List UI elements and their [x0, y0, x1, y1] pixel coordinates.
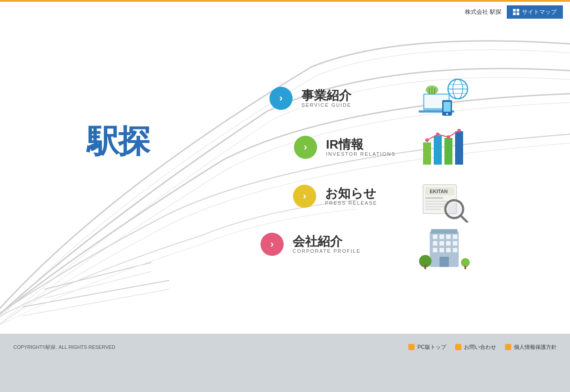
footer-dot-1: [408, 344, 415, 350]
nav-text-corporate: 会社紹介 CORPORATE PROFILE: [293, 235, 361, 254]
grid-icon: [513, 9, 519, 15]
ir-investor-icon: [419, 129, 472, 169]
nav-items-container: › 事業紹介 SERVICE GUIDE › IR情報 INVESTOR REL…: [0, 22, 570, 334]
sitemap-button[interactable]: サイトマップ: [507, 5, 563, 19]
svg-rect-32: [425, 203, 445, 205]
svg-rect-43: [453, 234, 457, 239]
nav-bullet-service: ›: [269, 87, 293, 110]
arrow-icon-corporate: ›: [270, 238, 273, 250]
svg-rect-31: [425, 201, 448, 202]
nav-text-ir: IR情報 INVESTOR RELATIONS: [326, 138, 396, 157]
svg-text:EKITAN: EKITAN: [430, 189, 448, 194]
footer-link-privacy-label: 個人情報保護方針: [514, 344, 557, 351]
svg-rect-20: [434, 136, 442, 165]
svg-rect-22: [455, 131, 463, 165]
footer-dot-3: [505, 344, 511, 350]
svg-rect-48: [433, 248, 437, 252]
below-footer: [0, 360, 570, 392]
press-release-icon: EKITAN: [419, 180, 472, 222]
svg-rect-45: [440, 241, 444, 246]
svg-rect-30: [425, 197, 443, 199]
nav-item-ir[interactable]: › IR情報 INVESTOR RELATIONS: [294, 136, 396, 159]
nav-text-news: お知らせ PRESS RELEASE: [325, 187, 377, 206]
corporate-profile-icon: [419, 225, 472, 274]
ir-icon-area: [419, 129, 472, 171]
main-content: 駅探 › 事業紹介 SERVICE GUIDE › IR情報 INVESTOR …: [0, 22, 570, 334]
company-name: 株式会社 駅探: [465, 8, 501, 16]
footer-link-pc-top[interactable]: PC版トップ: [408, 344, 446, 351]
svg-point-23: [425, 138, 429, 142]
nav-bullet-news: ›: [293, 185, 316, 208]
svg-rect-51: [453, 248, 457, 252]
svg-rect-21: [444, 138, 452, 165]
service-guide-icon: [410, 76, 472, 120]
svg-rect-49: [440, 248, 444, 252]
nav-text-en-ir: INVESTOR RELATIONS: [326, 151, 396, 157]
svg-rect-47: [453, 241, 457, 246]
nav-text-ja-service: 事業紹介: [301, 89, 351, 103]
svg-point-24: [436, 133, 440, 136]
arrow-icon-service: ›: [279, 93, 282, 104]
nav-item-news[interactable]: › お知らせ PRESS RELEASE: [293, 185, 377, 208]
footer-dot-2: [455, 344, 461, 350]
nav-text-en-corporate: CORPORATE PROFILE: [293, 248, 361, 254]
svg-point-14: [446, 113, 448, 115]
service-icon-area: [410, 76, 472, 122]
svg-line-37: [460, 215, 468, 222]
footer-link-contact[interactable]: お問い合わせ: [455, 344, 496, 351]
svg-point-25: [447, 135, 450, 139]
footer-copyright: COPYRIGHT©駅探. ALL RIGHTS RESERVED: [13, 344, 115, 351]
svg-rect-56: [464, 266, 466, 269]
footer-link-privacy[interactable]: 個人情報保護方針: [505, 344, 557, 351]
arrow-icon-ir: ›: [304, 141, 307, 153]
nav-text-service: 事業紹介 SERVICE GUIDE: [301, 89, 351, 108]
nav-item-service[interactable]: › 事業紹介 SERVICE GUIDE: [269, 87, 351, 110]
svg-rect-46: [446, 241, 451, 246]
svg-rect-42: [446, 234, 451, 239]
nav-text-en-service: SERVICE GUIDE: [301, 102, 351, 108]
svg-rect-44: [433, 241, 437, 246]
svg-rect-13: [444, 102, 451, 112]
corporate-icon-area: [419, 225, 472, 275]
svg-rect-19: [423, 142, 431, 165]
arrow-icon-news: ›: [303, 190, 306, 202]
footer-link-pc-top-label: PC版トップ: [417, 344, 446, 351]
footer-links: PC版トップ お問い合わせ 個人情報保護方針: [408, 344, 557, 351]
svg-rect-54: [424, 265, 426, 269]
footer-link-contact-label: お問い合わせ: [464, 344, 496, 351]
nav-text-en-news: PRESS RELEASE: [325, 200, 377, 206]
footer: COPYRIGHT©駅探. ALL RIGHTS RESERVED PC版トップ…: [0, 334, 570, 360]
news-icon-area: EKITAN: [419, 180, 472, 224]
nav-bullet-ir: ›: [294, 136, 317, 159]
svg-rect-39: [431, 229, 457, 234]
svg-rect-41: [440, 234, 444, 239]
nav-text-ja-ir: IR情報: [326, 138, 396, 152]
svg-rect-40: [433, 234, 437, 239]
svg-point-36: [448, 202, 461, 216]
header: 株式会社 駅探 サイトマップ: [0, 2, 570, 22]
svg-rect-34: [425, 209, 441, 210]
svg-rect-52: [440, 257, 449, 267]
nav-text-ja-news: お知らせ: [325, 187, 377, 201]
nav-bullet-corporate: ›: [261, 233, 284, 256]
nav-item-corporate[interactable]: › 会社紹介 CORPORATE PROFILE: [261, 233, 361, 256]
nav-text-ja-corporate: 会社紹介: [293, 235, 361, 249]
svg-rect-50: [446, 248, 451, 252]
svg-rect-33: [425, 206, 448, 207]
sitemap-label: サイトマップ: [522, 8, 557, 16]
